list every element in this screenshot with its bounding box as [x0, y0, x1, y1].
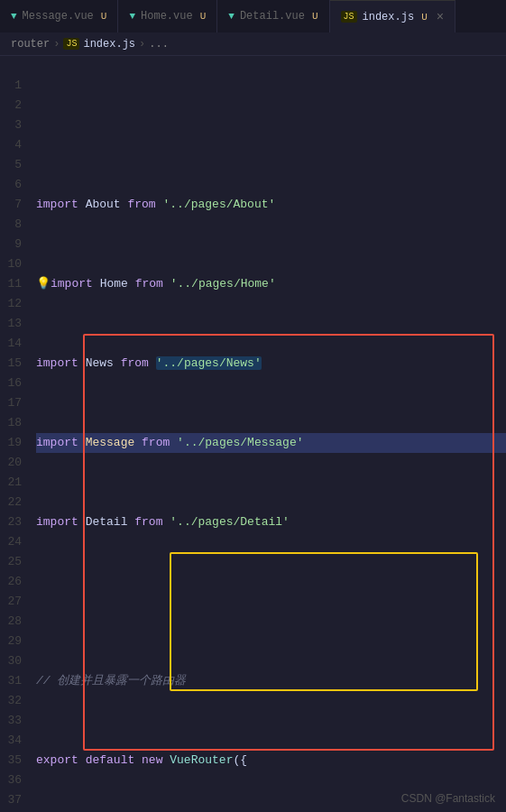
code-area: 1 2 3 4 5 6 7 8 9 10 11 12 13 14 15 16 1…: [0, 56, 506, 812]
code-line-7: // 创建并且暴露一个路由器: [36, 671, 506, 691]
modified-indicator: U: [101, 11, 107, 22]
code-line-6: [36, 592, 506, 612]
tab-label: Home.vue: [141, 10, 193, 23]
modified-indicator: U: [421, 12, 428, 23]
modified-indicator: U: [312, 11, 318, 22]
vue-icon: ▼: [11, 11, 17, 22]
line-numbers: 1 2 3 4 5 6 7 8 9 10 11 12 13 14 15 16 1…: [0, 56, 29, 812]
tab-index-js[interactable]: JS index.js U ×: [330, 0, 456, 32]
yellow-highlight-box: [170, 552, 478, 691]
tab-bar: ▼ Message.vue U ▼ Home.vue U ▼ Detail.vu…: [0, 0, 506, 32]
watermark: CSDN @Fantastick: [401, 792, 495, 805]
js-icon: JS: [341, 11, 357, 23]
code-line-empty: [36, 115, 506, 135]
code-line-3: import News from '../pages/News': [36, 354, 506, 374]
code-line-5: import Detail from '../pages/Detail': [36, 512, 506, 532]
breadcrumb: router › JS index.js › ...: [0, 32, 506, 56]
code-content: import About from '../pages/About' 💡impo…: [29, 56, 506, 812]
code-line-1: import About from '../pages/About': [36, 195, 506, 215]
vue-icon: ▼: [129, 11, 135, 22]
code-line-4: import Message from '../pages/Message': [36, 433, 506, 453]
breadcrumb-file: index.js: [83, 38, 135, 51]
tab-label: index.js: [363, 11, 415, 23]
code-line-2: 💡import Home from '../pages/Home': [36, 274, 506, 294]
tab-label: Message.vue: [23, 10, 94, 23]
breadcrumb-js-icon: JS: [63, 38, 79, 50]
tab-home-vue[interactable]: ▼ Home.vue U: [118, 0, 217, 32]
breadcrumb-more: ...: [149, 38, 169, 51]
tab-message-vue[interactable]: ▼ Message.vue U: [0, 0, 118, 32]
tab-detail-vue[interactable]: ▼ Detail.vue U: [217, 0, 329, 32]
tab-label: Detail.vue: [240, 10, 305, 23]
modified-indicator: U: [200, 11, 207, 22]
code-line-8: export default new VueRouter({: [36, 751, 506, 770]
vue-icon: ▼: [228, 11, 235, 22]
close-icon[interactable]: ×: [437, 10, 444, 24]
breadcrumb-router: router: [11, 38, 50, 51]
